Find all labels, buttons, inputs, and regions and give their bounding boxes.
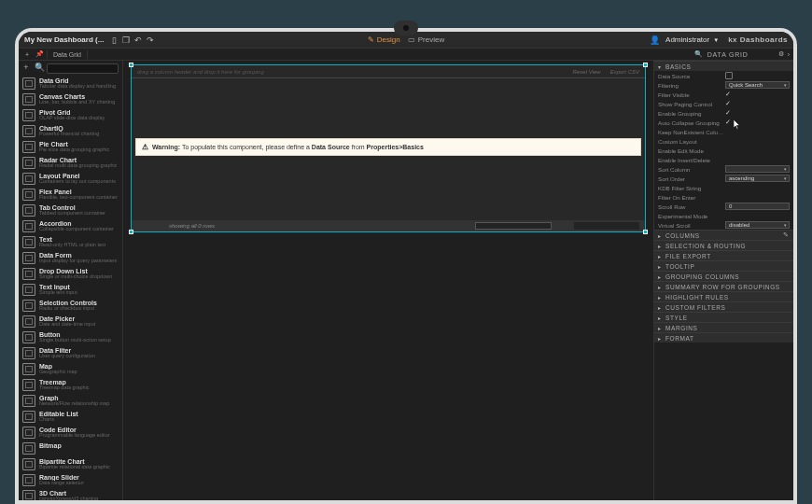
scroll-row-input[interactable]: 0 bbox=[725, 203, 790, 210]
palette-item[interactable]: Flex PanelFlexible, two-component contai… bbox=[19, 187, 122, 203]
palette-item[interactable]: Editable ListCharts bbox=[19, 409, 122, 425]
palette-item[interactable]: 3D ChartcanvasXpress/d3 charting bbox=[19, 488, 122, 500]
palette-item[interactable]: Data GridTabular data display and handli… bbox=[19, 76, 122, 91]
prop-sort-order-label: Sort Order bbox=[658, 175, 725, 182]
sort-order-dropdown[interactable]: ascending bbox=[725, 175, 790, 182]
resize-handle-tl[interactable] bbox=[129, 63, 133, 67]
prop-enable-grouping: Enable Grouping✓ bbox=[654, 108, 793, 118]
section-summary-row[interactable]: ▸SUMMARY ROW FOR GROUPINGS bbox=[654, 281, 793, 291]
palette-item[interactable]: Bipartite ChartBipartite relational data… bbox=[19, 456, 122, 472]
palette-item[interactable]: TreemapTreemap data graphic bbox=[19, 377, 122, 393]
tab-data-grid[interactable]: Data Grid bbox=[47, 50, 88, 59]
pin-icon[interactable]: 📌 bbox=[35, 50, 44, 58]
add-tab-button[interactable]: + bbox=[22, 51, 32, 58]
preview-mode-button[interactable]: ▭Preview bbox=[408, 35, 444, 44]
palette-item[interactable]: MapGeographic map bbox=[19, 361, 122, 377]
resize-handle-bl[interactable] bbox=[129, 230, 133, 234]
section-basics[interactable]: ▾BASICS bbox=[654, 61, 793, 71]
palette-item[interactable]: AccordionCollapsible component container bbox=[19, 218, 122, 234]
section-grouping-cols[interactable]: ▸GROUPING COLUMNS bbox=[654, 271, 793, 281]
settings-icon[interactable]: ⚙ bbox=[778, 50, 784, 58]
palette-item[interactable]: Data FilterUser query configuration bbox=[19, 345, 122, 361]
caret-down-icon: ▾ bbox=[658, 63, 664, 70]
filtering-dropdown[interactable]: Quick Search bbox=[725, 81, 790, 89]
palette-item[interactable]: Range SliderData range selector bbox=[19, 472, 122, 488]
resize-handle-br[interactable] bbox=[643, 230, 648, 234]
palette-item[interactable]: Tab ControlTabbed component container bbox=[19, 203, 122, 218]
component-icon bbox=[22, 427, 35, 439]
data-grid-component[interactable]: drag a column header and drop it here fo… bbox=[131, 64, 646, 232]
palette-item[interactable]: Date PickerDate and date-time input bbox=[19, 314, 122, 329]
palette-item-name: Canvas Charts bbox=[39, 93, 115, 100]
component-icon bbox=[22, 252, 35, 264]
grid-header: drag a column header and drop it here fo… bbox=[132, 65, 645, 78]
palette-item[interactable]: Radar ChartRadial multi data grouping gr… bbox=[19, 155, 122, 171]
section-selection[interactable]: ▸SELECTION & ROUTING bbox=[654, 240, 793, 250]
sort-column-dropdown[interactable] bbox=[725, 165, 790, 173]
edit-columns-icon[interactable]: ✎ bbox=[783, 231, 790, 239]
palette-item[interactable]: ButtonSingle button multi-action setup bbox=[19, 329, 122, 345]
palette-item-desc: OLAP slide-dice data display bbox=[39, 116, 105, 121]
design-label: Design bbox=[377, 35, 400, 44]
search-icon[interactable]: 🔍 bbox=[694, 50, 704, 58]
component-icon bbox=[22, 284, 35, 296]
design-canvas[interactable]: drag a column header and drop it here fo… bbox=[123, 61, 653, 500]
undo-icon[interactable]: ↶ bbox=[133, 35, 143, 45]
palette-item[interactable]: GraphNetwork/Flow relationship map bbox=[19, 393, 122, 409]
copy-icon[interactable]: ❐ bbox=[121, 35, 131, 45]
section-format[interactable]: ▸FORMAT bbox=[654, 332, 793, 343]
palette-item[interactable]: Bitmap bbox=[19, 441, 122, 456]
section-file-export[interactable]: ▸FILE EXPORT bbox=[654, 250, 793, 260]
palette-item[interactable]: TextRead-only HTML or plain text bbox=[19, 234, 122, 250]
section-margins[interactable]: ▸MARGINS bbox=[654, 322, 793, 332]
palette-item[interactable]: Drop Down ListSingle or multi-choice dro… bbox=[19, 266, 122, 282]
database-icon[interactable] bbox=[725, 72, 733, 79]
user-menu[interactable]: Administrator bbox=[665, 35, 709, 44]
palette-search-icon[interactable]: 🔍 bbox=[34, 63, 45, 74]
preview-icon: ▭ bbox=[408, 35, 415, 44]
palette-item[interactable]: Pie ChartPie slice data grouping graphic bbox=[19, 139, 122, 155]
user-menu-caret-icon[interactable]: ▼ bbox=[713, 37, 719, 43]
palette-item-desc: canvasXpress/d3 charting bbox=[39, 497, 98, 500]
palette-search-input[interactable] bbox=[47, 63, 119, 74]
add-icon[interactable]: + bbox=[21, 63, 32, 74]
palette-item[interactable]: Code EditorProgrammable language editor bbox=[19, 425, 122, 441]
section-file-export-label: FILE EXPORT bbox=[665, 253, 711, 259]
palette-item[interactable]: Pivot GridOLAP slide-dice data display bbox=[19, 107, 122, 123]
enable-grouping-checkbox[interactable]: ✓ bbox=[725, 109, 731, 117]
palette-item[interactable]: Canvas ChartsLine, bar, bubble and XY ch… bbox=[19, 91, 122, 107]
palette-item[interactable]: ChartIQPowerful financial charting bbox=[19, 123, 122, 139]
show-paging-checkbox[interactable]: ✓ bbox=[725, 100, 731, 107]
export-csv-button[interactable]: Export CSV bbox=[610, 69, 639, 75]
virtual-scroll-dropdown[interactable]: disabled bbox=[725, 221, 790, 229]
palette-item-name: Button bbox=[39, 331, 111, 338]
component-icon bbox=[22, 125, 35, 137]
palette-item-name: Text bbox=[39, 236, 105, 243]
palette-item[interactable]: Selection ControlsRadio or checkbox inpu… bbox=[19, 298, 122, 314]
palette-item[interactable]: Layout PanelContainers to lay out compon… bbox=[19, 171, 122, 187]
resize-handle-tr[interactable] bbox=[643, 63, 648, 67]
redo-icon[interactable]: ↷ bbox=[146, 35, 155, 45]
auto-collapse-checkbox[interactable]: ✓ bbox=[725, 119, 731, 126]
mode-switch: ✎Design ▭Preview bbox=[368, 35, 444, 44]
palette-item-name: Layout Panel bbox=[39, 173, 116, 179]
design-mode-button[interactable]: ✎Design bbox=[368, 35, 400, 44]
palette-item-desc: Input display for query parameters bbox=[39, 259, 117, 264]
section-tooltip[interactable]: ▸TOOLTIP bbox=[654, 260, 793, 271]
section-custom-filters[interactable]: ▸CUSTOM FILTERS bbox=[654, 301, 793, 312]
caret-right-icon: ▸ bbox=[658, 243, 664, 249]
section-style[interactable]: ▸STYLE bbox=[654, 312, 793, 322]
palette-item-name: Editable List bbox=[39, 411, 78, 417]
palette-item[interactable]: Text InputSimple text input bbox=[19, 282, 122, 298]
prop-filter-on-enter: Filter On Enter bbox=[654, 192, 793, 202]
palette-item-name: Treemap bbox=[39, 379, 90, 385]
new-doc-icon[interactable]: ▯ bbox=[109, 35, 119, 45]
section-columns[interactable]: ▸COLUMNS✎ bbox=[654, 230, 793, 240]
palette-item-name: Selection Controls bbox=[39, 300, 97, 306]
chevron-right-icon[interactable]: › bbox=[788, 51, 790, 58]
caret-right-icon: ▸ bbox=[658, 253, 664, 259]
section-highlight[interactable]: ▸HIGHLIGHT RULES bbox=[654, 291, 793, 301]
reset-view-button[interactable]: Reset View bbox=[572, 69, 600, 75]
palette-item[interactable]: Data FormInput display for query paramet… bbox=[19, 250, 122, 266]
filter-visible-checkbox[interactable]: ✓ bbox=[725, 91, 731, 98]
